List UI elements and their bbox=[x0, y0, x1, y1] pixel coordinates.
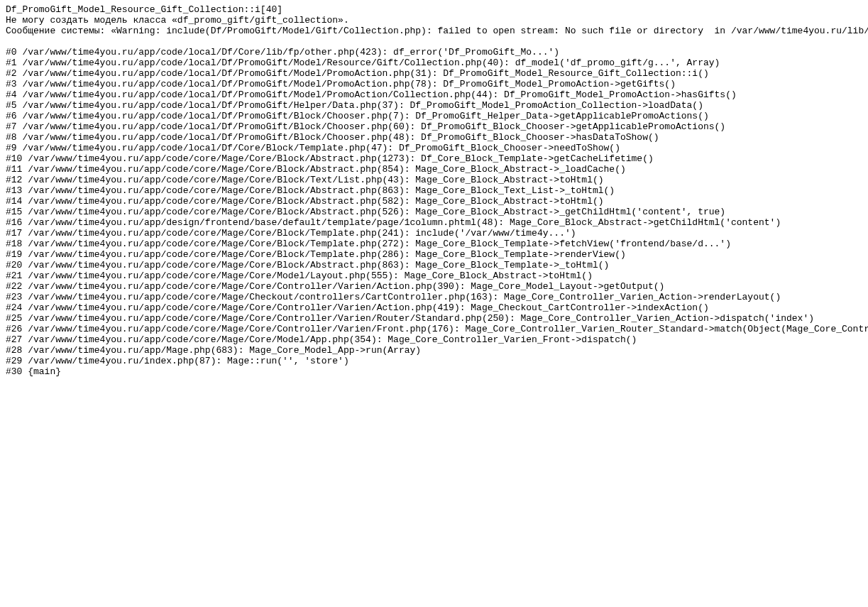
trace-line: #13 /var/www/time4you.ru/app/code/core/M… bbox=[6, 185, 862, 196]
trace-line: #21 /var/www/time4you.ru/app/code/core/M… bbox=[6, 270, 862, 281]
trace-line: #14 /var/www/time4you.ru/app/code/core/M… bbox=[6, 196, 862, 207]
trace-line: #18 /var/www/time4you.ru/app/code/core/M… bbox=[6, 239, 862, 249]
trace-line: #4 /var/www/time4you.ru/app/code/local/D… bbox=[6, 89, 862, 100]
error-class-location: Df_PromoGift_Model_Resource_Gift_Collect… bbox=[6, 4, 862, 15]
trace-line: #22 /var/www/time4you.ru/app/code/core/M… bbox=[6, 281, 862, 292]
trace-line: #23 /var/www/time4you.ru/app/code/core/M… bbox=[6, 292, 862, 302]
system-warning: Сообщение системы: «Warning: include(Df/… bbox=[6, 26, 862, 36]
trace-line: #1 /var/www/time4you.ru/app/code/local/D… bbox=[6, 58, 862, 68]
trace-line: #12 /var/www/time4you.ru/app/code/core/M… bbox=[6, 175, 862, 185]
trace-line: #0 /var/www/time4you.ru/app/code/local/D… bbox=[6, 47, 862, 58]
trace-line: #19 /var/www/time4you.ru/app/code/core/M… bbox=[6, 249, 862, 260]
trace-line: #6 /var/www/time4you.ru/app/code/local/D… bbox=[6, 111, 862, 121]
error-output: Df_PromoGift_Model_Resource_Gift_Collect… bbox=[0, 0, 868, 381]
trace-line: #8 /var/www/time4you.ru/app/code/local/D… bbox=[6, 132, 862, 143]
trace-line: #29 /var/www/time4you.ru/index.php(87): … bbox=[6, 356, 862, 366]
trace-line: #24 /var/www/time4you.ru/app/code/core/M… bbox=[6, 302, 862, 313]
trace-line: #16 /var/www/time4you.ru/app/design/fron… bbox=[6, 217, 862, 228]
blank-line bbox=[6, 36, 862, 47]
trace-line: #15 /var/www/time4you.ru/app/code/core/M… bbox=[6, 207, 862, 217]
trace-line: #9 /var/www/time4you.ru/app/code/local/D… bbox=[6, 143, 862, 153]
trace-line: #26 /var/www/time4you.ru/app/code/core/M… bbox=[6, 324, 862, 334]
error-message-ru: Не могу создать модель класса «df_promo_… bbox=[6, 15, 862, 26]
trace-line: #11 /var/www/time4you.ru/app/code/core/M… bbox=[6, 164, 862, 175]
trace-line: #20 /var/www/time4you.ru/app/code/core/M… bbox=[6, 260, 862, 270]
trace-line: #27 /var/www/time4you.ru/app/code/core/M… bbox=[6, 334, 862, 345]
trace-line: #17 /var/www/time4you.ru/app/code/core/M… bbox=[6, 228, 862, 239]
trace-line: #28 /var/www/time4you.ru/app/Mage.php(68… bbox=[6, 345, 862, 356]
trace-line: #5 /var/www/time4you.ru/app/code/local/D… bbox=[6, 100, 862, 111]
trace-line: #2 /var/www/time4you.ru/app/code/local/D… bbox=[6, 68, 862, 79]
trace-line: #25 /var/www/time4you.ru/app/code/core/M… bbox=[6, 313, 862, 324]
trace-line: #7 /var/www/time4you.ru/app/code/local/D… bbox=[6, 121, 862, 132]
trace-line: #30 {main} bbox=[6, 366, 862, 377]
trace-line: #10 /var/www/time4you.ru/app/code/core/M… bbox=[6, 153, 862, 164]
trace-line: #3 /var/www/time4you.ru/app/code/local/D… bbox=[6, 79, 862, 89]
